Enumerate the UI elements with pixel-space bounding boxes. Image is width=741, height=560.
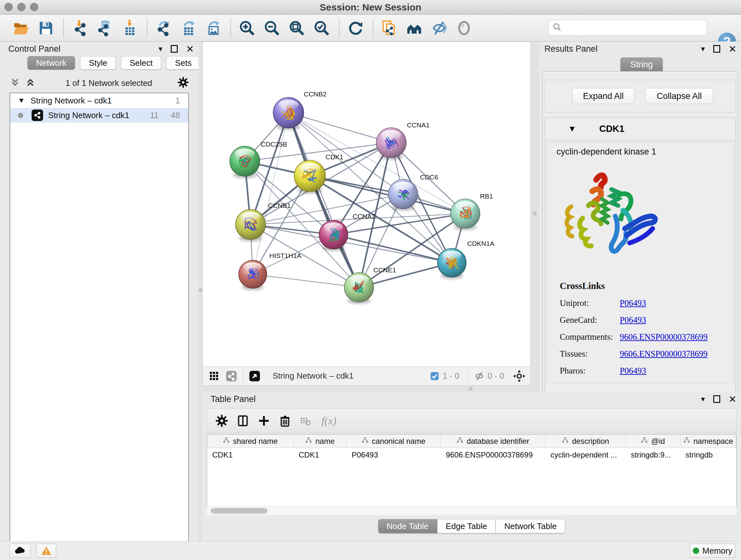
control-panel-close-icon[interactable]: ✕ [186, 44, 194, 55]
control-panel-float-icon[interactable] [171, 45, 178, 53]
results-panel-menu-icon[interactable]: ▾ [701, 44, 705, 53]
table-cell[interactable]: P06493 [347, 448, 441, 462]
control-panel-menu-icon[interactable]: ▾ [158, 44, 162, 53]
crosslink-link[interactable]: P06493 [620, 315, 646, 325]
collapse-all-networks-icon[interactable] [10, 77, 20, 89]
grid-view-icon[interactable] [208, 370, 220, 382]
table-cell[interactable]: 9606.ENSP00000378699 [441, 448, 545, 462]
table-cell[interactable]: CDK1 [207, 448, 293, 462]
search-input[interactable] [565, 23, 703, 33]
crosslink-link[interactable]: 9606.ENSP00000378699 [620, 349, 708, 359]
collection-expander-icon[interactable]: ▼ [18, 97, 25, 105]
right-splitter-handle[interactable] [533, 212, 537, 215]
tab-select[interactable]: Select [121, 56, 161, 70]
hidden-eye-slash-icon[interactable] [474, 371, 484, 381]
tab-string[interactable]: String [620, 57, 663, 71]
column-header-database-identifier[interactable]: database identifier [441, 435, 545, 448]
left-splitter[interactable] [199, 42, 202, 541]
entry-collapse-icon[interactable]: ▼ [568, 124, 576, 134]
open-session-button[interactable] [11, 18, 31, 38]
tab-node-table[interactable]: Node Table [378, 519, 437, 533]
table-panel-close-icon[interactable]: ✕ [729, 394, 737, 405]
node-RB1[interactable]: RB1 [451, 192, 493, 230]
table-cell[interactable]: stringdb:9... [626, 448, 680, 462]
table-cell[interactable]: stringdb [680, 448, 736, 462]
columns-icon[interactable] [237, 415, 249, 427]
refresh-view-button[interactable] [345, 18, 366, 38]
tab-style[interactable]: Style [80, 56, 116, 70]
minimize-window-button[interactable] [17, 3, 25, 11]
import-table-from-file-button[interactable] [119, 18, 140, 38]
table-hscrollbar-thumb[interactable] [211, 508, 267, 514]
column-header-description[interactable]: description [545, 435, 626, 448]
network-share-icon[interactable] [226, 370, 237, 382]
hide-eye-button[interactable] [429, 18, 449, 38]
column-header-shared-name[interactable]: shared name [207, 435, 293, 448]
tab-edge-table[interactable]: Edge Table [437, 519, 496, 533]
houses-button[interactable] [404, 18, 424, 38]
trash-icon[interactable] [279, 415, 291, 427]
selected-checkbox-icon[interactable] [430, 371, 440, 381]
network-row-selected[interactable]: String Network – cdk1 11 48 [10, 108, 188, 123]
zoom-out-button[interactable] [262, 18, 282, 38]
collapse-all-button[interactable]: Collapse All [645, 88, 713, 104]
memory-button[interactable]: Memory [690, 544, 735, 558]
plus-icon[interactable] [258, 415, 270, 427]
column-header--id[interactable]: @id [626, 435, 680, 448]
entry-header[interactable]: ▼ CDK1 [545, 118, 735, 140]
column-header-canonical-name[interactable]: canonical name [347, 435, 441, 448]
table-clear-icon[interactable] [300, 415, 312, 427]
zoom-selected-button[interactable] [312, 18, 332, 38]
crosslink-link[interactable]: P06493 [620, 298, 646, 308]
duplicate-network-button[interactable] [379, 18, 400, 38]
node-CDK1[interactable]: CDK1 [294, 153, 343, 193]
column-header-name[interactable]: name [293, 435, 347, 448]
crosslink-link[interactable]: P06493 [620, 366, 646, 376]
expand-all-networks-icon[interactable] [25, 77, 36, 89]
export-image-button[interactable] [203, 18, 223, 38]
import-network-from-database-button[interactable] [94, 18, 115, 38]
export-table-button[interactable] [178, 18, 199, 38]
node-HIST1H1A[interactable]: HIST1H1A [239, 252, 301, 290]
table-cell[interactable]: cyclin-dependent ... [545, 448, 626, 462]
tab-sets[interactable]: Sets [166, 56, 200, 70]
cloud-button[interactable] [10, 544, 30, 558]
results-panel-float-icon[interactable] [713, 45, 720, 53]
save-session-button[interactable] [36, 18, 56, 38]
network-canvas[interactable]: CCNB2 CCNA1 CDC25B CDK1 CDC6 RB1 CCNB1 C… [202, 42, 531, 386]
maximize-window-button[interactable] [30, 3, 38, 11]
table-row[interactable]: CDK1CDK1P064939606.ENSP00000378699cyclin… [207, 448, 736, 462]
pan-crosshair-icon[interactable] [513, 370, 525, 382]
close-window-button[interactable] [4, 3, 13, 11]
results-panel-close-icon[interactable]: ✕ [729, 44, 737, 55]
node-CDKN1A[interactable]: CDKN1A [437, 240, 494, 279]
table-panel-float-icon[interactable] [713, 395, 720, 403]
left-splitter-handle[interactable] [199, 288, 202, 292]
node-CCNB1[interactable]: CCNB1 [235, 202, 291, 241]
network-graph[interactable]: CCNB2 CCNA1 CDC25B CDK1 CDC6 RB1 CCNB1 C… [203, 42, 530, 366]
crosslink-link[interactable]: 9606.ENSP00000378699 [620, 332, 708, 342]
edge-CCNA2-CDKN1A[interactable] [333, 235, 452, 263]
birdseye-view-icon[interactable] [249, 370, 260, 382]
expand-all-button[interactable]: Expand All [572, 88, 634, 104]
warning-button[interactable] [37, 544, 56, 558]
eye-button[interactable] [454, 18, 474, 38]
network-options-gear-icon[interactable] [178, 77, 189, 89]
table-cell[interactable]: CDK1 [293, 448, 347, 462]
import-network-from-file-button[interactable] [70, 18, 90, 38]
edge-CCNB2-CCNA1[interactable] [288, 113, 391, 143]
node-CCNB2[interactable]: CCNB2 [273, 90, 327, 130]
gear-icon[interactable] [215, 415, 228, 427]
table-panel-menu-icon[interactable]: ▾ [701, 395, 705, 403]
export-network-button[interactable] [153, 18, 174, 38]
column-header-namespace[interactable]: namespace [680, 435, 736, 448]
zoom-fit-button[interactable] [286, 18, 307, 38]
collection-count: 1 [176, 96, 180, 106]
tab-network[interactable]: Network [27, 56, 75, 70]
bottom-splitter-handle[interactable] [469, 387, 473, 391]
zoom-in-button[interactable] [237, 18, 257, 38]
edge-HIST1H1A-CCNE1[interactable] [253, 274, 359, 287]
network-collection-row[interactable]: ▼ String Network – cdk1 1 [10, 93, 188, 108]
tab-network-table[interactable]: Network Table [495, 519, 565, 533]
table-hscrollbar[interactable] [207, 506, 737, 515]
